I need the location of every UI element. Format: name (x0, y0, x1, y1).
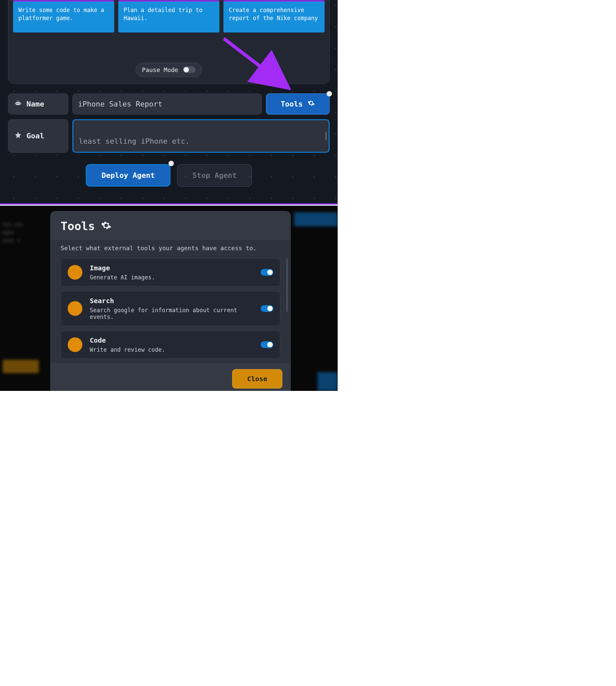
name-label: Name (8, 93, 68, 114)
svg-point-2 (17, 103, 18, 104)
tool-item-search: Search Search google for information abo… (61, 291, 280, 326)
tool-toggle[interactable] (261, 341, 273, 348)
name-input[interactable]: iPhone Sales Report (72, 93, 262, 114)
tool-desc: Write and review code. (90, 346, 253, 353)
tool-desc: Search google for information about curr… (90, 307, 253, 320)
goal-textarea[interactable]: least selling iPhone etc. 4) Compare iPh… (72, 119, 330, 153)
name-row: Name iPhone Sales Report Tools (8, 93, 330, 114)
suggestion-row: Write some code to make a platformer gam… (13, 0, 325, 32)
tools-button-label: Tools (281, 100, 303, 108)
tool-toggle[interactable] (261, 269, 273, 276)
tool-item-image: Image Generate AI images. (61, 258, 280, 286)
modal-footer: Close (50, 363, 290, 391)
pause-mode-label: Pause Mode (142, 66, 178, 73)
pause-mode-toggle[interactable]: Pause Mode (136, 63, 202, 77)
agent-config-panel: Write some code to make a platformer gam… (0, 0, 338, 205)
modal-description: Select what external tools your agents h… (50, 240, 290, 258)
suggestion-card[interactable]: Write some code to make a platformer gam… (13, 0, 114, 32)
tool-name: Image (90, 264, 253, 272)
tools-modal: Tools Select what external tools your ag… (50, 211, 291, 391)
goal-row: Goal least selling iPhone etc. 4) Compar… (8, 119, 330, 153)
indicator-dot-icon (327, 91, 332, 96)
modal-header: Tools (50, 212, 290, 240)
stop-agent-button[interactable]: Stop Agent (177, 164, 251, 186)
deploy-agent-button[interactable]: Deploy Agent (86, 164, 171, 186)
indicator-dot-icon (169, 161, 174, 166)
gear-icon (101, 220, 112, 232)
tool-desc: Generate AI images. (90, 274, 253, 281)
tool-name: Code (90, 336, 253, 344)
tool-name: Search (90, 297, 253, 305)
suggestion-card[interactable]: Create a comprehensive report of the Nik… (223, 0, 325, 32)
svg-rect-6 (20, 103, 21, 104)
suggestions-card: Write some code to make a platformer gam… (8, 0, 330, 84)
svg-rect-1 (16, 102, 20, 105)
tool-list: Image Generate AI images. Search Search … (50, 258, 290, 363)
svg-point-3 (18, 103, 19, 104)
action-row: Deploy Agent Stop Agent (8, 164, 330, 186)
suggestion-card[interactable]: Plan a detailed trip to Hawaii. (118, 0, 219, 32)
tool-bullet-icon (68, 265, 82, 280)
tool-item-code: Code Write and review code. (61, 331, 280, 359)
toggle-off-icon[interactable] (183, 66, 196, 73)
svg-rect-5 (15, 103, 16, 104)
close-button[interactable]: Close (232, 369, 282, 389)
gear-icon (308, 99, 315, 109)
modal-title: Tools (61, 219, 95, 233)
tool-toggle[interactable] (261, 305, 273, 312)
name-label-text: Name (26, 100, 44, 108)
robot-icon (15, 99, 22, 109)
goal-label-text: Goal (26, 132, 44, 140)
tools-button[interactable]: Tools (266, 93, 330, 114)
goal-label: Goal (8, 119, 68, 153)
star-icon (15, 131, 22, 140)
tools-modal-overlay: xxx xxxxgxxxxxx x Tools Select what exte… (0, 205, 338, 391)
goal-clipped-text: least selling iPhone etc. (79, 136, 323, 147)
tool-bullet-icon (68, 301, 82, 316)
tool-bullet-icon (68, 337, 82, 352)
svg-rect-4 (18, 100, 18, 102)
